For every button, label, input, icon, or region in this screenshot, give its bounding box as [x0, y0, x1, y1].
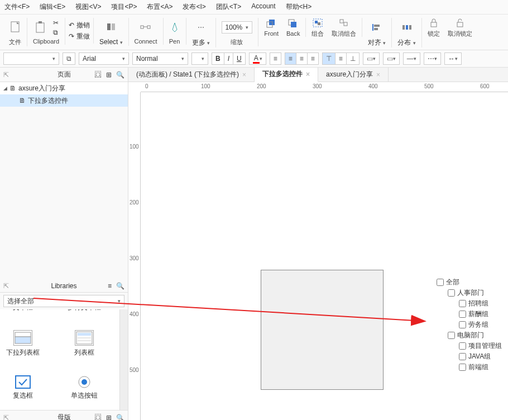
- outline-child-row[interactable]: 🗎下拉多选控件: [0, 94, 128, 107]
- tab-active[interactable]: 下拉多选控件×: [255, 68, 318, 82]
- close-icon[interactable]: ×: [242, 71, 246, 79]
- lib-dropdown[interactable]: 下拉列表框: [3, 330, 42, 364]
- lib-scrollbar-thumb[interactable]: [121, 321, 127, 337]
- distribute-icon[interactable]: [401, 22, 413, 33]
- tab-dynamic-panel[interactable]: (动态面板) / State1 (下拉多选控件)×: [128, 68, 255, 82]
- menu-arrange[interactable]: 布置<A>: [147, 2, 172, 12]
- svg-rect-14: [318, 22, 320, 25]
- menu-publish[interactable]: 发布<I>: [183, 2, 205, 12]
- unlock-icon[interactable]: [454, 17, 466, 28]
- search-icon[interactable]: 🔍: [116, 282, 124, 290]
- style-preset-select[interactable]: ▾: [3, 52, 59, 65]
- connect-icon[interactable]: [140, 22, 151, 33]
- lock-icon[interactable]: [428, 17, 439, 28]
- collapse-icon[interactable]: ⇱: [3, 414, 9, 421]
- align-icon[interactable]: [371, 22, 382, 33]
- close-icon[interactable]: ×: [306, 70, 310, 78]
- lib-radio[interactable]: 单选按钮: [65, 375, 104, 407]
- ribbon-file-label: 文件: [9, 38, 21, 46]
- lib-textarea[interactable]: 多行文本框: [65, 309, 104, 319]
- add-folder-icon[interactable]: ⿴: [95, 414, 102, 421]
- ck-hr[interactable]: 人事部门: [448, 288, 502, 298]
- ck-pm[interactable]: 项目管理组: [459, 341, 502, 351]
- add-folder-icon[interactable]: ⿴: [95, 71, 102, 79]
- menu-help[interactable]: 帮助<H>: [286, 2, 312, 12]
- side-panels: ⇱ 页面 ⿴⊞🔍 ◢🗎axsure入门分享 🗎下拉多选控件 ⇱ Librarie…: [0, 68, 128, 420]
- menu-edit[interactable]: 编辑<E>: [40, 2, 65, 12]
- pen-icon[interactable]: [169, 22, 180, 33]
- arrow-style-button[interactable]: ↔ ▾: [444, 52, 462, 65]
- select-icon[interactable]: [106, 22, 117, 33]
- ck-java[interactable]: JAVA组: [459, 352, 502, 361]
- new-file-icon[interactable]: [9, 22, 21, 33]
- menu-bar: 文件<F> 编辑<E> 视图<V> 项目<P> 布置<A> 发布<I> 团队<T…: [0, 0, 508, 15]
- valign-top-button[interactable]: ⊤: [322, 52, 336, 65]
- ribbon-select-label: Select ▾: [99, 38, 122, 46]
- back-icon[interactable]: [287, 18, 299, 29]
- fill-color-button[interactable]: ▭ ▾: [363, 52, 380, 65]
- cut-button[interactable]: ✂: [53, 19, 59, 27]
- front-icon[interactable]: [266, 18, 277, 29]
- collapse-icon[interactable]: ⇱: [3, 282, 9, 290]
- lib-menu-icon[interactable]: ≡: [108, 282, 112, 290]
- collapse-icon[interactable]: ⇱: [3, 71, 9, 79]
- svg-rect-5: [141, 26, 143, 28]
- menu-team[interactable]: 团队<T>: [216, 2, 241, 12]
- menu-project[interactable]: 项目<P>: [111, 2, 137, 12]
- library-select[interactable]: 选择全部▾: [3, 295, 124, 307]
- svg-rect-21: [406, 25, 408, 30]
- outline-root-row[interactable]: ◢🗎axsure入门分享: [0, 82, 128, 94]
- svg-rect-26: [15, 337, 31, 343]
- ck-laowu[interactable]: 劳务组: [459, 320, 502, 330]
- redo-button[interactable]: ↷重做: [69, 32, 90, 41]
- font-size-select[interactable]: ▾: [191, 52, 208, 65]
- ck-qd[interactable]: 前端组: [459, 362, 502, 372]
- paste-icon[interactable]: [34, 22, 45, 33]
- bold-button[interactable]: B: [212, 52, 224, 65]
- font-color-button[interactable]: A ▾: [249, 52, 266, 65]
- line-style-button[interactable]: ⋯ ▾: [424, 52, 441, 65]
- ck-it[interactable]: 电脑部门: [448, 331, 502, 340]
- menu-account[interactable]: Account: [251, 2, 275, 12]
- align-right-button[interactable]: ≡: [308, 52, 319, 65]
- group-icon[interactable]: [312, 17, 323, 28]
- zoom-combo[interactable]: 100%▾: [222, 21, 253, 34]
- copy-button[interactable]: ⧉: [53, 28, 59, 36]
- libraries-panel-title: Libraries: [51, 282, 76, 290]
- ribbon-zoom-label: 缩放: [231, 38, 243, 46]
- ck-all[interactable]: 全部: [437, 278, 502, 287]
- design-canvas[interactable]: 全部 人事部门 招聘组 薪酬组 劳务组 电脑部门 项目管理组 JAVA组 前端组: [141, 92, 508, 420]
- align-left-button[interactable]: ≡: [285, 52, 296, 65]
- lib-checkbox[interactable]: 复选框: [3, 375, 42, 407]
- rectangle-widget[interactable]: [261, 270, 384, 390]
- svg-rect-19: [374, 28, 378, 30]
- style-manager-button[interactable]: ⧉: [63, 52, 75, 65]
- valign-bottom-button[interactable]: ⊥: [347, 52, 360, 65]
- font-family-select[interactable]: Arial▾: [79, 52, 129, 65]
- lib-listbox[interactable]: 列表框: [65, 330, 104, 364]
- lib-textfield[interactable]: 文本框: [3, 309, 42, 319]
- align-center-button[interactable]: ≡: [296, 52, 308, 65]
- search-icon[interactable]: 🔍: [116, 414, 124, 421]
- valign-middle-button[interactable]: ≡: [336, 52, 347, 65]
- more-icon[interactable]: ⋯: [195, 22, 207, 33]
- svg-rect-20: [402, 25, 405, 30]
- bullets-button[interactable]: ≡: [270, 52, 281, 65]
- line-width-button[interactable]: — ▾: [403, 52, 420, 65]
- add-page-icon[interactable]: ⊞: [106, 71, 112, 79]
- menu-file[interactable]: 文件<F>: [4, 2, 30, 12]
- add-master-icon[interactable]: ⊞: [106, 414, 112, 421]
- ck-xinchou[interactable]: 薪酬组: [459, 309, 502, 319]
- expand-icon[interactable]: ◢: [3, 85, 7, 91]
- line-color-button[interactable]: ▭ ▾: [383, 52, 400, 65]
- undo-button[interactable]: ↶撤销: [69, 21, 90, 30]
- search-icon[interactable]: 🔍: [116, 71, 124, 79]
- menu-view[interactable]: 视图<V>: [75, 2, 101, 12]
- ungroup-icon[interactable]: [338, 17, 349, 28]
- tab-other[interactable]: axsure入门分享×: [318, 68, 389, 82]
- font-style-select[interactable]: Normal▾: [132, 52, 188, 65]
- close-icon[interactable]: ×: [376, 71, 380, 79]
- italic-button[interactable]: I: [224, 52, 233, 65]
- underline-button[interactable]: U: [233, 52, 246, 65]
- ck-zhaopin[interactable]: 招聘组: [459, 299, 502, 308]
